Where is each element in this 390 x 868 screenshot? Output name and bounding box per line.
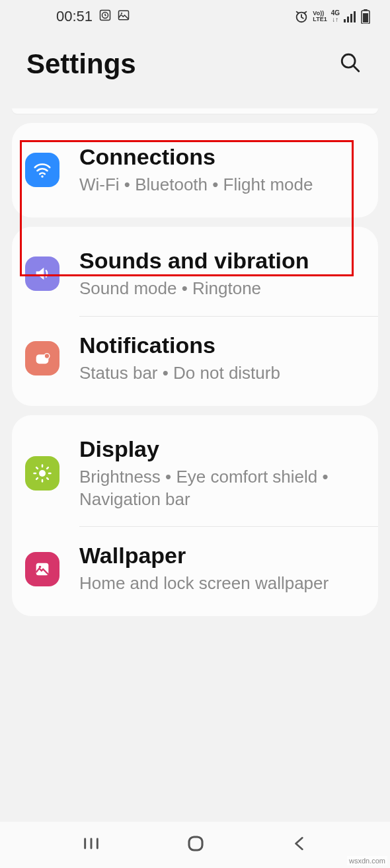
page-header: Settings <box>0 33 390 108</box>
sound-icon <box>25 256 59 291</box>
settings-row-sounds[interactable]: Sounds and vibration Sound mode • Ringto… <box>12 232 378 316</box>
battery-icon <box>361 9 370 24</box>
android-nav-bar <box>0 822 390 868</box>
svg-rect-8 <box>354 11 356 22</box>
row-title: Notifications <box>79 333 360 358</box>
row-title: Display <box>79 436 360 462</box>
row-subtitle: Home and lock screen wallpaper <box>79 572 360 595</box>
notification-icon <box>25 341 59 375</box>
svg-point-3 <box>121 13 122 14</box>
volte-indicator: Vo)) LTE1 <box>313 11 327 22</box>
svg-line-24 <box>36 478 38 479</box>
svg-line-22 <box>36 467 38 469</box>
svg-point-27 <box>39 566 42 569</box>
row-subtitle: Brightness • Eye comfort shield • Naviga… <box>79 466 360 511</box>
svg-point-14 <box>41 176 44 178</box>
svg-point-17 <box>39 470 46 477</box>
row-subtitle: Status bar • Do not disturb <box>79 362 360 385</box>
page-title: Settings <box>26 48 136 80</box>
search-button[interactable] <box>334 46 367 82</box>
previous-card-edge <box>12 108 378 114</box>
row-subtitle: Wi‑Fi • Bluetooth • Flight mode <box>79 174 360 196</box>
row-subtitle: Sound mode • Ringtone <box>79 278 360 300</box>
image-app-icon <box>118 8 130 25</box>
svg-rect-31 <box>189 837 202 850</box>
alarm-icon <box>294 9 309 24</box>
svg-rect-11 <box>363 13 368 22</box>
svg-point-16 <box>44 354 50 359</box>
svg-rect-7 <box>350 14 352 22</box>
settings-card: Sounds and vibration Sound mode • Ringto… <box>12 227 378 406</box>
network-type-indicator: 4G ↓↑ <box>331 10 340 23</box>
watermark: wsxdn.com <box>347 856 387 865</box>
back-button[interactable] <box>291 834 308 855</box>
status-time: 00:51 <box>56 8 93 25</box>
search-icon <box>339 52 362 74</box>
wallpaper-icon <box>25 552 59 586</box>
svg-line-25 <box>47 467 48 469</box>
recents-button[interactable] <box>82 834 100 855</box>
settings-row-wallpaper[interactable]: Wallpaper Home and lock screen wallpaper <box>12 527 378 611</box>
wifi-icon <box>25 153 59 187</box>
settings-row-display[interactable]: Display Brightness • Eye comfort shield … <box>12 420 378 527</box>
svg-line-13 <box>354 66 359 71</box>
settings-row-connections[interactable]: Connections Wi‑Fi • Bluetooth • Flight m… <box>12 128 378 212</box>
clock-app-icon <box>99 8 111 25</box>
row-title: Connections <box>79 144 360 170</box>
row-title: Wallpaper <box>79 543 360 569</box>
signal-icon <box>344 11 357 22</box>
svg-line-23 <box>47 478 48 479</box>
home-button[interactable] <box>186 834 206 856</box>
settings-row-notifications[interactable]: Notifications Status bar • Do not distur… <box>12 317 378 401</box>
svg-rect-5 <box>344 19 346 22</box>
settings-card: Display Brightness • Eye comfort shield … <box>12 415 378 617</box>
svg-rect-6 <box>347 17 349 22</box>
settings-card: Connections Wi‑Fi • Bluetooth • Flight m… <box>12 123 378 217</box>
status-bar: 00:51 Vo)) LTE1 4G ↓↑ <box>0 0 390 33</box>
row-title: Sounds and vibration <box>79 248 360 274</box>
brightness-icon <box>25 456 59 491</box>
